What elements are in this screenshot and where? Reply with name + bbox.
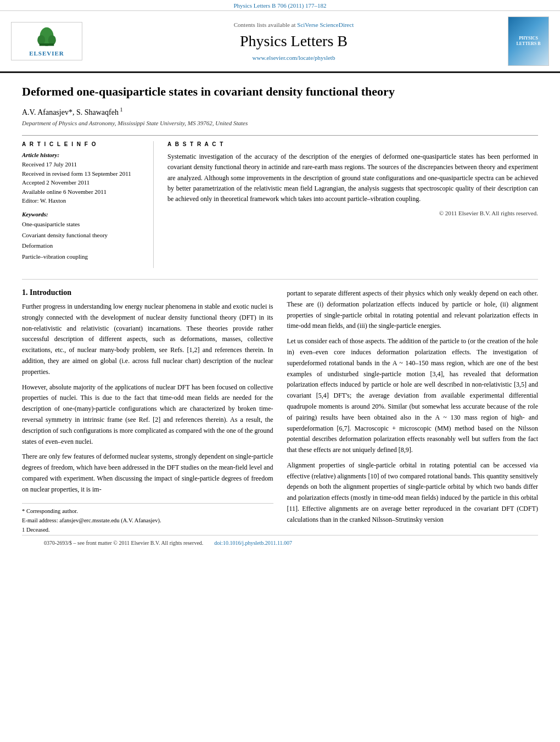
keywords-group: Keywords: One-quasiparticle states Covar… [22, 211, 145, 263]
article-history-group: Article history: Received 17 July 2011 R… [22, 152, 145, 205]
accepted-date: Accepted 2 November 2011 [22, 178, 145, 187]
authors-line: A.V. Afanasjev*, S. Shawaqfeh 1 [22, 107, 538, 117]
keyword-3: Deformation [22, 241, 145, 252]
abstract-text: Systematic investigation of the accuracy… [167, 152, 538, 204]
main-content: Deformed one-quasiparticle states in cov… [0, 73, 560, 561]
article-info-heading: A R T I C L E I N F O [22, 141, 145, 147]
article-history-label: Article history: [22, 152, 145, 158]
keyword-1: One-quasiparticle states [22, 219, 145, 230]
issn-line: 0370-2693/$ – see front matter © 2011 El… [44, 540, 203, 546]
journal-header-center: Contents lists available at SciVerse Sci… [96, 16, 491, 66]
article-info-column: A R T I C L E I N F O Article history: R… [22, 141, 154, 268]
keywords-list: One-quasiparticle states Covariant densi… [22, 219, 145, 263]
editor-line: Editor: W. Haxton [22, 196, 145, 205]
doi-line[interactable]: doi:10.1016/j.physletb.2011.11.007 [214, 540, 292, 546]
keyword-2: Covariant density functional theory [22, 230, 145, 241]
right-para-2: Let us consider each of those aspects. T… [287, 336, 539, 456]
intro-para-1: Further progress in understanding low en… [22, 302, 273, 378]
body-columns: 1. Introduction Further progress in unde… [22, 288, 538, 535]
received-date: Received 17 July 2011 [22, 160, 145, 169]
available-online-date: Available online 6 November 2011 [22, 187, 145, 197]
section-divider [22, 279, 538, 280]
journal-top-bar: Physics Letters B 706 (2011) 177–182 [0, 0, 560, 11]
intro-section-title: 1. Introduction [22, 288, 273, 297]
body-left-column: 1. Introduction Further progress in unde… [22, 288, 273, 535]
article-info-abstract-row: A R T I C L E I N F O Article history: R… [22, 135, 538, 268]
received-revised-date: Received in revised form 13 September 20… [22, 169, 145, 178]
intro-para-2: However, absolute majority of the applic… [22, 382, 273, 448]
article-title: Deformed one-quasiparticle states in cov… [22, 84, 538, 100]
keywords-label: Keywords: [22, 211, 145, 217]
svg-rect-4 [40, 43, 54, 46]
elsevier-logo: ELSEVIER [11, 22, 82, 60]
authors-text: A.V. Afanasjev*, S. Shawaqfeh [22, 108, 119, 116]
footnote-star: * Corresponding author. [22, 507, 273, 516]
intro-para-3: There are only few features of deformed … [22, 451, 273, 495]
intro-section-title-text: Introduction [30, 288, 71, 297]
abstract-heading: A B S T R A C T [167, 141, 538, 147]
sciverse-line: Contents lists available at SciVerse Sci… [234, 21, 354, 28]
keyword-4: Particle–vibration coupling [22, 252, 145, 263]
footnote-email: E-mail address: afansjev@erc.msstate.edu… [22, 516, 273, 526]
journal-cover-thumbnail: PHYSICS LETTERS B [508, 16, 549, 66]
journal-header: ELSEVIER Contents lists available at Sci… [0, 11, 560, 73]
right-para-1: portant to separate different aspects of… [287, 288, 539, 332]
elsevier-tree-icon [33, 26, 60, 48]
affiliation: Department of Physics and Astronomy, Mis… [22, 120, 538, 126]
abstract-column: A B S T R A C T Systematic investigation… [167, 141, 538, 268]
right-para-3: Alignment properties of single-particle … [287, 460, 539, 526]
bottom-bar: 0370-2693/$ – see front matter © 2011 El… [22, 535, 538, 550]
body-right-column: portant to separate different aspects of… [287, 288, 539, 535]
footnote-deceased: 1 Deceased. [22, 526, 273, 535]
elsevier-logo-area: ELSEVIER [11, 16, 88, 66]
journal-header-right: PHYSICS LETTERS B [500, 16, 549, 66]
sciverse-link[interactable]: SciVerse ScienceDirect [297, 21, 354, 28]
author-sup: 1 [119, 107, 123, 113]
copyright-line: © 2011 Elsevier B.V. All rights reserved… [167, 210, 538, 216]
footnotes: * Corresponding author. E-mail address: … [22, 503, 273, 534]
journal-citation: Physics Letters B 706 (2011) 177–182 [233, 2, 326, 9]
journal-title: Physics Letters B [240, 32, 348, 50]
journal-url[interactable]: www.elsevier.com/locate/physletb [253, 54, 335, 61]
elsevier-wordmark: ELSEVIER [29, 50, 64, 57]
